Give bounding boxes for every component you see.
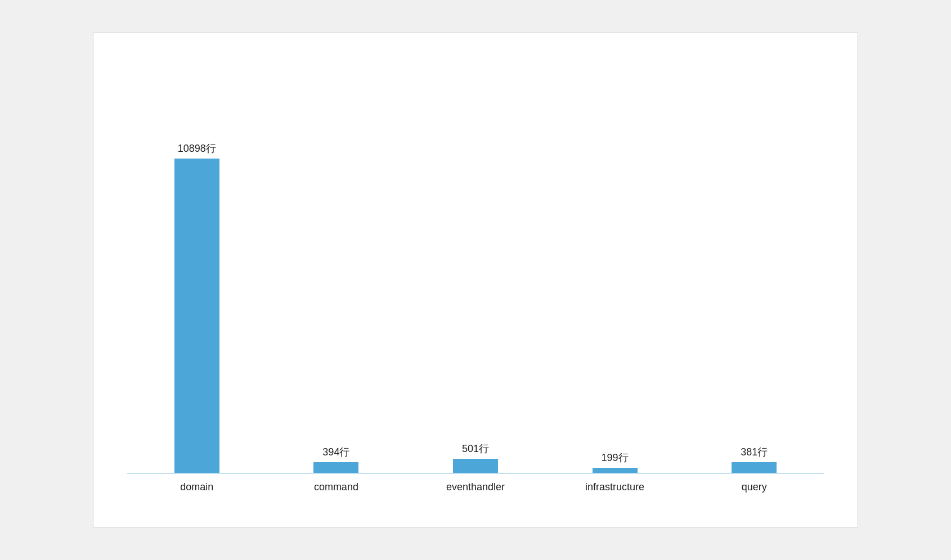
bar-rect-domain [174,159,219,473]
bar-group-query: 381行 [684,445,824,473]
bar-value-eventhandler: 501行 [462,442,489,455]
bar-rect-command [313,462,358,473]
baseline [127,473,824,474]
chart-container: 10898行394行501行199行381行 domaincommandeven… [93,33,858,527]
bar-label-query: query [684,473,824,493]
bar-label-text-eventhandler: eventhandler [446,481,505,493]
bar-group-infrastructure: 199行 [545,451,685,473]
bar-group-command: 394行 [267,445,406,473]
bar-label-infrastructure: infrastructure [545,473,685,493]
bar-value-domain: 10898行 [178,142,216,155]
bar-label-text-infrastructure: infrastructure [585,481,644,493]
bar-group-eventhandler: 501行 [406,442,545,473]
bar-label-command: command [267,473,406,493]
bar-value-query: 381行 [741,445,768,459]
labels-row: domaincommandeventhandlerinfrastructureq… [127,473,824,493]
bar-label-eventhandler: eventhandler [406,473,545,493]
bar-label-text-domain: domain [180,481,213,493]
chart-area: 10898行394行501行199行381行 domaincommandeven… [127,84,824,493]
bar-group-domain: 10898行 [127,142,267,473]
bar-rect-query [732,462,777,473]
bar-label-text-query: query [742,481,767,493]
bar-value-command: 394行 [322,445,349,459]
bar-label-text-command: command [314,481,358,493]
bar-value-infrastructure: 199行 [602,451,629,464]
bar-label-domain: domain [127,473,267,493]
bars-wrapper: 10898行394行501行199行381行 [127,84,824,473]
bar-rect-eventhandler [453,459,498,473]
